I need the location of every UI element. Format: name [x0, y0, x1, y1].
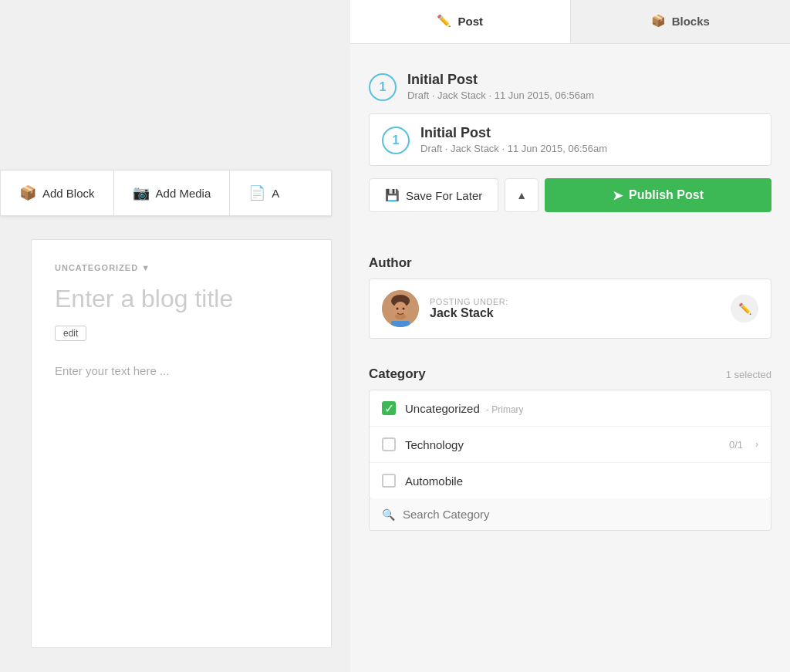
tab-post[interactable]: ✏️ Post — [350, 0, 571, 43]
post-tab-icon: ✏️ — [437, 14, 451, 28]
chevron-right-icon: › — [755, 439, 758, 450]
edit-author-button[interactable]: ✏️ — [731, 295, 758, 322]
post-title: Initial Post — [407, 72, 594, 88]
tab-blocks[interactable]: 📦 Blocks — [571, 0, 791, 43]
svg-point-5 — [395, 313, 406, 319]
author-name: Jack Stack — [430, 306, 720, 320]
blog-title-input[interactable]: Enter a blog title — [55, 285, 308, 313]
add-media-icon: 📷 — [133, 184, 150, 201]
category-search-row: 🔍 — [369, 498, 771, 531]
primary-tag: - Primary — [486, 404, 524, 415]
tabs: ✏️ Post 📦 Blocks — [350, 0, 790, 44]
category-name-uncategorized: Uncategorized - Primary — [405, 402, 758, 415]
chevron-up-icon: ▲ — [516, 189, 527, 201]
post-meta: Draft · Jack Stack · 11 Jun 2015, 06:56a… — [407, 89, 594, 101]
blog-editor-card: UNCATEGORIZED ▼ Enter a blog title edit … — [31, 239, 332, 648]
list-item[interactable]: Technology 0/1 › — [370, 427, 771, 463]
post-info: Initial Post Draft · Jack Stack · 11 Jun… — [407, 72, 594, 101]
category-selected-count: 1 selected — [726, 369, 771, 380]
add-media-label: Add Media — [156, 187, 211, 200]
blog-category[interactable]: UNCATEGORIZED ▼ — [55, 263, 308, 272]
blog-body-input[interactable]: Enter your text here ... — [55, 364, 308, 377]
posting-under-label: POSTING UNDER: — [430, 297, 720, 306]
author-section: Author — [350, 243, 790, 339]
add-other-button[interactable]: 📄 A — [230, 171, 298, 215]
category-title: Category — [369, 366, 426, 382]
author-section-title: Author — [350, 243, 790, 279]
save-icon: 💾 — [385, 188, 400, 202]
publish-icon: ➤ — [613, 188, 623, 203]
post-section: 1 Initial Post Draft · Jack Stack · 11 J… — [350, 44, 790, 243]
editor-area: 📦 Add Block 📷 Add Media 📄 A UNCATEGORIZE… — [0, 0, 347, 672]
category-name-automobile: Automobile — [405, 474, 758, 488]
selected-revision-meta: Draft · Jack Stack · 11 Jun 2015, 06:56a… — [420, 143, 607, 154]
svg-rect-6 — [391, 321, 410, 327]
list-item[interactable]: Automobile — [370, 463, 771, 498]
selected-revision-info: Initial Post Draft · Jack Stack · 11 Jun… — [420, 125, 607, 154]
right-panel: ✏️ Post 📦 Blocks 1 Initial Post Draft · … — [350, 0, 790, 672]
chevron-up-button[interactable]: ▲ — [505, 178, 538, 212]
save-later-button[interactable]: 💾 Save For Later — [369, 178, 498, 212]
technology-sub-count: 0/1 — [729, 439, 743, 451]
category-header: Category 1 selected — [369, 354, 771, 390]
add-other-icon: 📄 — [248, 184, 265, 201]
svg-point-3 — [397, 308, 399, 310]
author-avatar — [382, 290, 419, 327]
publish-row: 💾 Save For Later ▲ ➤ Publish Post — [369, 178, 771, 212]
search-icon: 🔍 — [382, 508, 395, 521]
svg-point-4 — [403, 308, 405, 310]
category-checkbox-automobile[interactable] — [382, 474, 396, 488]
category-dropdown-icon: ▼ — [141, 263, 150, 272]
category-name-technology: Technology — [405, 438, 720, 451]
save-later-label: Save For Later — [406, 189, 482, 202]
category-checkbox-uncategorized[interactable]: ✓ — [382, 401, 396, 415]
author-card: POSTING UNDER: Jack Stack ✏️ — [369, 279, 771, 339]
category-list: ✓ Uncategorized - Primary Technology 0/1… — [369, 390, 771, 499]
blocks-tab-label: Blocks — [672, 15, 710, 28]
edit-button[interactable]: edit — [55, 326, 86, 341]
add-block-icon: 📦 — [19, 184, 36, 201]
add-media-button[interactable]: 📷 Add Media — [114, 171, 231, 215]
avatar-svg — [382, 290, 419, 327]
selected-revision-card: 1 Initial Post Draft · Jack Stack · 11 J… — [369, 113, 771, 166]
add-other-label: A — [272, 187, 279, 200]
publish-label: Publish Post — [629, 188, 704, 202]
add-block-button[interactable]: 📦 Add Block — [1, 171, 114, 215]
search-category-input[interactable] — [403, 508, 758, 521]
add-block-label: Add Block — [42, 187, 95, 200]
revision-circle: 1 — [369, 73, 397, 101]
publish-button[interactable]: ➤ Publish Post — [545, 178, 771, 212]
author-info: POSTING UNDER: Jack Stack — [430, 297, 720, 320]
category-checkbox-technology[interactable] — [382, 437, 396, 451]
edit-author-icon: ✏️ — [738, 302, 751, 315]
selected-revision-title: Initial Post — [420, 125, 607, 141]
list-item[interactable]: ✓ Uncategorized - Primary — [370, 390, 771, 427]
post-tab-label: Post — [457, 15, 483, 28]
post-header: 1 Initial Post Draft · Jack Stack · 11 J… — [369, 59, 771, 113]
blocks-tab-icon: 📦 — [651, 14, 666, 28]
category-section: Category 1 selected ✓ Uncategorized - Pr… — [350, 354, 790, 531]
toolbar: 📦 Add Block 📷 Add Media 📄 A — [0, 170, 332, 216]
selected-revision-circle: 1 — [382, 127, 410, 154]
